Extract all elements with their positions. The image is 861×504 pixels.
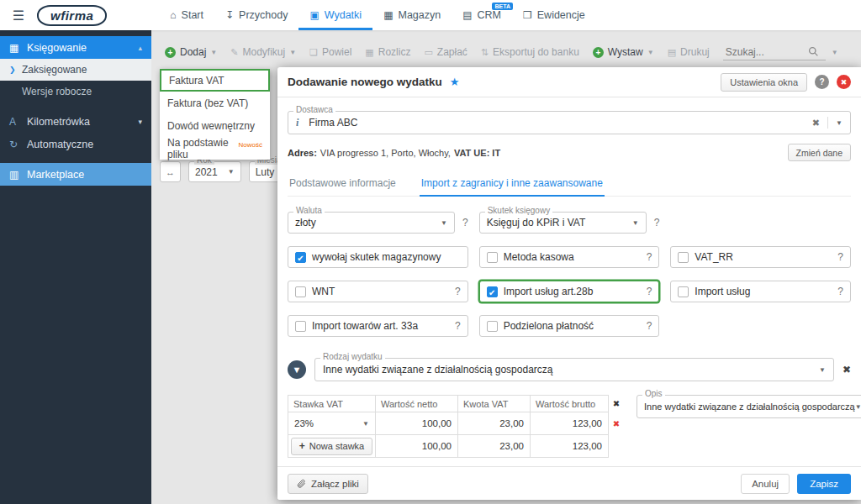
clear-icon[interactable]: ✖ bbox=[812, 118, 820, 129]
collapse-icon[interactable]: ▼ bbox=[288, 360, 306, 379]
search-scope-caret[interactable]: ▼ bbox=[832, 49, 838, 56]
option-import-uslug[interactable]: Import usług ? bbox=[670, 281, 851, 302]
tab-import-z-zagranicy[interactable]: Import z zagranicy i inne zaawansowane bbox=[420, 174, 605, 197]
ledger-effect-select[interactable]: Skutek księgowy Księguj do KPiR i VAT ▼ bbox=[479, 212, 647, 234]
new-rate-button[interactable]: + Nowa stawka bbox=[291, 438, 372, 455]
help-icon[interactable]: ? bbox=[647, 251, 652, 263]
vat-rate-value: 23% bbox=[294, 418, 314, 428]
hamburger-icon[interactable]: ☰ bbox=[0, 8, 37, 24]
nav-item-przychody[interactable]: ↧ Przychody bbox=[214, 0, 298, 30]
sidebar-item-marketplace[interactable]: ▥ Marketplace bbox=[0, 163, 151, 186]
menu-item-faktura-bez-vat[interactable]: Faktura (bez VAT) bbox=[160, 92, 270, 114]
remove-section-icon[interactable]: ✖ bbox=[843, 364, 851, 375]
export-bank-button[interactable]: ⇅ Eksportuj do banku bbox=[481, 46, 579, 58]
search-icon[interactable] bbox=[808, 46, 819, 57]
month-select[interactable]: Miesiąc Luty bbox=[249, 161, 282, 182]
window-settings-button[interactable]: Ustawienia okna bbox=[721, 73, 807, 92]
search-input[interactable] bbox=[726, 46, 808, 58]
checkbox[interactable] bbox=[295, 321, 306, 332]
nav-item-magazyn[interactable]: ▦ Magazyn bbox=[372, 0, 452, 30]
checkbox-checked[interactable]: ✔ bbox=[487, 286, 498, 297]
close-icon[interactable]: ✖ bbox=[837, 75, 851, 89]
menu-item-na-podstawie-pliku[interactable]: Na podstawie pliku Nowość bbox=[160, 137, 270, 160]
option-wywolaj-skutek-magazynowy[interactable]: ✔ wywołaj skutek magazynowy bbox=[288, 246, 468, 268]
vat-input[interactable]: 23,00 bbox=[457, 412, 530, 435]
checkbox[interactable] bbox=[487, 252, 498, 263]
help-icon[interactable]: ? bbox=[654, 217, 660, 228]
attach-files-button[interactable]: Załącz pliki bbox=[288, 474, 368, 494]
option-label: Metoda kasowa bbox=[504, 251, 574, 263]
save-button[interactable]: Zapisz bbox=[797, 474, 851, 494]
checkbox[interactable] bbox=[487, 321, 498, 332]
help-icon[interactable]: ? bbox=[647, 286, 652, 297]
year-select[interactable]: Rok 2021 ▼ bbox=[188, 161, 241, 182]
form-grid: Waluta złoty ▼ ? Skutek księgowy Księguj… bbox=[288, 212, 851, 337]
pay-button[interactable]: ▭ Zapłać bbox=[424, 46, 467, 58]
tab-podstawowe-informacje[interactable]: Podstawowe informacje bbox=[288, 174, 398, 196]
paperclip-icon bbox=[297, 479, 306, 489]
nav-item-wydatki[interactable]: ▣ Wydatki bbox=[298, 0, 372, 30]
net-input[interactable]: 100,00 bbox=[375, 412, 457, 435]
chevron-down-icon[interactable]: ▼ bbox=[836, 119, 843, 127]
help-icon[interactable]: ? bbox=[462, 217, 468, 228]
help-icon[interactable]: ? bbox=[837, 251, 843, 263]
description-select[interactable]: Opis Inne wydatki związane z działalnośc… bbox=[637, 395, 861, 418]
currency-select[interactable]: Waluta złoty ▼ bbox=[288, 212, 455, 234]
change-data-label: Zmień dane bbox=[796, 148, 843, 158]
sidebar-item-kilometrowka[interactable]: A Kilometrówka ▾ bbox=[0, 110, 151, 133]
option-label: VAT_RR bbox=[695, 251, 733, 263]
remove-table-icon[interactable]: ✖ bbox=[613, 399, 620, 408]
vat-rate-select[interactable]: 23% ▼ bbox=[288, 412, 375, 435]
help-icon[interactable]: ? bbox=[837, 286, 843, 297]
col-header-wartosc-brutto: Wartość brutto bbox=[530, 395, 609, 412]
settle-button[interactable]: ▦ Rozlicz bbox=[365, 46, 410, 58]
refresh-icon: ↻ bbox=[9, 139, 27, 150]
option-label: wywołaj skutek magazynowy bbox=[312, 251, 441, 263]
modify-button[interactable]: ✎ Modyfikuj ▼ bbox=[230, 46, 296, 58]
gross-input[interactable]: 123,00 bbox=[530, 412, 609, 435]
issue-button[interactable]: + Wystaw ▼ bbox=[593, 46, 654, 58]
menu-item-faktura-vat[interactable]: Faktura VAT bbox=[160, 69, 270, 92]
menu-item-label: Faktura VAT bbox=[169, 75, 224, 87]
info-icon[interactable]: i bbox=[296, 117, 298, 129]
address-value: VIA progresso 1, Porto, Włochy, bbox=[320, 148, 451, 158]
sidebar-item-wersje-robocze[interactable]: Wersje robocze bbox=[0, 81, 151, 102]
window-settings-label: Ustawienia okna bbox=[730, 77, 798, 87]
remove-row-cell: ✖ bbox=[609, 412, 624, 435]
favorite-star-icon[interactable]: ★ bbox=[450, 76, 460, 88]
help-icon[interactable]: ? bbox=[647, 320, 652, 332]
print-button[interactable]: ▤ Drukuj bbox=[668, 46, 710, 58]
checkbox-checked[interactable]: ✔ bbox=[295, 252, 306, 263]
col-header-kwota-vat: Kwota VAT bbox=[457, 395, 530, 412]
checkbox[interactable] bbox=[678, 252, 689, 263]
change-data-button[interactable]: Zmień dane bbox=[788, 144, 851, 161]
help-icon[interactable]: ? bbox=[455, 320, 461, 332]
checkbox[interactable] bbox=[295, 286, 306, 297]
cancel-button[interactable]: Anuluj bbox=[741, 474, 790, 494]
sidebar-item-ksiegowanie[interactable]: ▦ Księgowanie ▴ bbox=[0, 36, 151, 59]
option-import-uslug-art28b[interactable]: ✔ Import usług art.28b ? bbox=[479, 281, 660, 302]
remove-row-icon[interactable]: ✖ bbox=[613, 419, 620, 428]
option-podzielona-platnosc[interactable]: Podzielona płatność ? bbox=[479, 315, 660, 337]
sidebar-item-zaksiegowane[interactable]: ❯ Zaksięgowane bbox=[0, 59, 151, 81]
help-icon[interactable]: ? bbox=[815, 75, 829, 89]
option-vat-rr[interactable]: VAT_RR ? bbox=[670, 246, 851, 268]
remove-table-cell: ✖ bbox=[609, 395, 624, 412]
nav-item-ewidencje[interactable]: ❒ Ewidencje bbox=[512, 0, 596, 30]
option-import-towarow-33a[interactable]: Import towarów art. 33a ? bbox=[288, 315, 468, 337]
option-wnt[interactable]: WNT ? bbox=[288, 281, 468, 302]
duplicate-button[interactable]: ❏ Powiel bbox=[309, 46, 351, 58]
add-button[interactable]: + Dodaj ▼ bbox=[165, 46, 217, 58]
option-metoda-kasowa[interactable]: Metoda kasowa ? bbox=[479, 246, 660, 268]
nav-item-crm[interactable]: ▤ CRM BETA bbox=[452, 0, 512, 30]
menu-item-dowod-wewnetrzny[interactable]: Dowód wewnętrzny bbox=[160, 114, 270, 137]
checkbox[interactable] bbox=[678, 286, 689, 297]
supplier-select[interactable]: Dostawca i Firma ABC ✖ ▼ bbox=[288, 111, 851, 134]
expense-type-select[interactable]: Rodzaj wydatku Inne wydatki związane z d… bbox=[314, 358, 834, 381]
sidebar-item-automatyczne[interactable]: ↻ Automatyczne bbox=[0, 133, 151, 155]
swap-period-button[interactable]: ↔ bbox=[160, 161, 181, 182]
nav-item-start[interactable]: ⌂ Start bbox=[159, 0, 214, 30]
option-label: Import towarów art. 33a bbox=[312, 320, 418, 332]
help-icon[interactable]: ? bbox=[455, 286, 461, 297]
logo[interactable]: wfirma bbox=[37, 5, 107, 26]
